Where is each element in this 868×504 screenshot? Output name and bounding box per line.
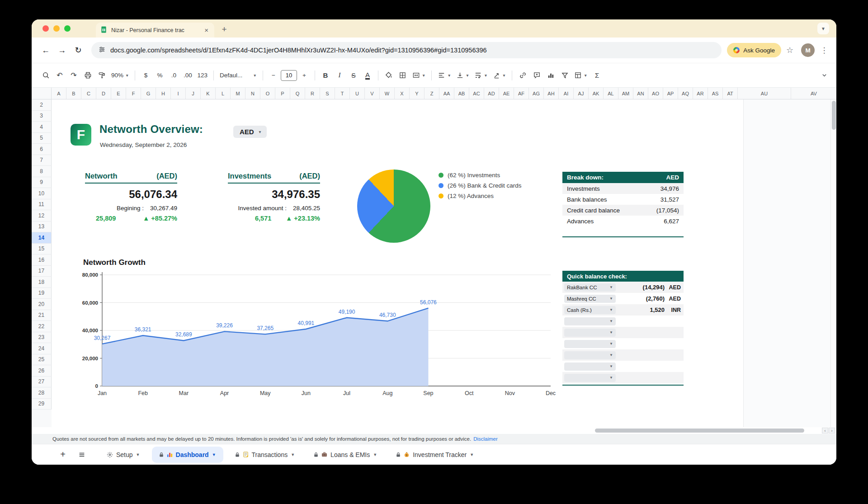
currency-dropdown[interactable]: AED ▼	[233, 126, 267, 138]
text-rotation-button[interactable]: ▼	[491, 69, 508, 82]
horizontal-align-button[interactable]: ▼	[435, 69, 453, 82]
row-header-4[interactable]: 4	[32, 122, 52, 133]
all-sheets-menu-button[interactable]	[74, 447, 90, 462]
column-header-O[interactable]: O	[260, 88, 275, 99]
column-header-AH[interactable]: AH	[544, 88, 559, 99]
search-menus-button[interactable]	[39, 69, 52, 82]
account-dropdown[interactable]: ▼	[564, 329, 616, 337]
column-header-Y[interactable]: Y	[410, 88, 425, 99]
account-dropdown[interactable]: ▼	[564, 340, 616, 348]
column-header-M[interactable]: M	[231, 88, 245, 99]
hide-menus-chevron-icon[interactable]	[817, 69, 831, 82]
tab-close-icon[interactable]: ×	[203, 26, 210, 34]
account-dropdown[interactable]: ▼	[564, 317, 616, 325]
font-size-input[interactable]: 10	[281, 70, 297, 81]
font-select[interactable]: Defaul...▼	[217, 69, 259, 82]
italic-button[interactable]: I	[333, 69, 346, 82]
undo-button[interactable]: ↶	[53, 69, 66, 82]
redo-button[interactable]: ↷	[67, 69, 80, 82]
column-header-E[interactable]: E	[111, 88, 126, 99]
text-color-button[interactable]: A	[361, 69, 374, 82]
browser-tab[interactable]: Nizar - Personal Finance trac ×	[96, 23, 214, 38]
forward-button[interactable]: →	[54, 42, 70, 58]
column-header-AN[interactable]: AN	[633, 88, 648, 99]
back-button[interactable]: ←	[38, 42, 53, 58]
new-tab-button[interactable]: +	[218, 23, 231, 36]
text-wrap-button[interactable]: ▼	[472, 69, 490, 82]
account-dropdown[interactable]: ▼	[564, 363, 616, 371]
column-header-AA[interactable]: AA	[439, 88, 454, 99]
account-dropdown[interactable]: RakBank CC▼	[564, 283, 616, 292]
functions-button[interactable]: Σ	[590, 69, 604, 82]
column-header-AG[interactable]: AG	[529, 88, 544, 99]
row-header-2[interactable]: 2	[32, 99, 52, 111]
row-header-7[interactable]: 7	[32, 155, 52, 166]
select-all-corner[interactable]	[32, 88, 52, 99]
close-window-button[interactable]	[42, 25, 49, 32]
row-header-17[interactable]: 17	[32, 266, 52, 277]
tab-search-chevron-icon[interactable]: ▼	[817, 23, 829, 34]
insert-chart-button[interactable]	[544, 69, 557, 82]
sheet-tab-transactions[interactable]: Transactions▼	[228, 447, 302, 463]
column-header-H[interactable]: H	[156, 88, 171, 99]
column-header-S[interactable]: S	[320, 88, 335, 99]
filter-views-button[interactable]: ▼	[572, 69, 590, 82]
print-button[interactable]	[81, 69, 94, 82]
column-header-AS[interactable]: AS	[708, 88, 723, 99]
url-box[interactable]: docs.google.com/spreadsheets/d/1Efxn4zFK…	[91, 42, 722, 58]
create-filter-button[interactable]	[558, 69, 571, 82]
column-header-AU[interactable]: AU	[738, 88, 791, 99]
column-header-T[interactable]: T	[335, 88, 350, 99]
vertical-scrollbar[interactable]	[830, 99, 836, 427]
account-dropdown[interactable]: ▼	[564, 374, 616, 382]
column-header-R[interactable]: R	[305, 88, 320, 99]
column-header-AV[interactable]: AV	[791, 88, 836, 99]
row-header-25[interactable]: 25	[32, 354, 52, 366]
zoom-window-button[interactable]	[64, 25, 71, 32]
browser-menu-icon[interactable]: ⋮	[818, 46, 830, 55]
row-header-28[interactable]: 28	[32, 387, 52, 399]
ask-google-button[interactable]: Ask Google	[727, 43, 781, 57]
row-header-12[interactable]: 12	[32, 210, 52, 221]
add-sheet-button[interactable]: +	[55, 447, 71, 462]
column-header-B[interactable]: B	[66, 88, 81, 99]
column-header-J[interactable]: J	[186, 88, 201, 99]
horizontal-scrollbar[interactable]: ‹ ›	[32, 427, 836, 434]
column-header-AK[interactable]: AK	[589, 88, 604, 99]
row-header-27[interactable]: 27	[32, 377, 52, 388]
row-header-20[interactable]: 20	[32, 299, 52, 310]
decrease-decimal-button[interactable]: .0	[167, 69, 180, 82]
column-header-Z[interactable]: Z	[425, 88, 439, 99]
row-header-24[interactable]: 24	[32, 343, 52, 354]
row-header-9[interactable]: 9	[32, 177, 52, 188]
bookmark-star-icon[interactable]: ☆	[782, 42, 797, 58]
sheet-tab-dashboard[interactable]: Dashboard▼	[152, 447, 223, 463]
row-header-15[interactable]: 15	[32, 244, 52, 255]
column-header-AR[interactable]: AR	[693, 88, 708, 99]
column-header-N[interactable]: N	[245, 88, 260, 99]
row-header-11[interactable]: 11	[32, 199, 52, 211]
reload-button[interactable]: ↻	[71, 42, 86, 58]
column-header-I[interactable]: I	[171, 88, 186, 99]
column-header-AM[interactable]: AM	[618, 88, 633, 99]
sheet-tab-setup[interactable]: Setup▼	[99, 447, 147, 463]
row-header-3[interactable]: 3	[32, 111, 52, 122]
column-header-AQ[interactable]: AQ	[678, 88, 693, 99]
column-header-AT[interactable]: AT	[723, 88, 738, 99]
column-header-C[interactable]: C	[81, 88, 96, 99]
column-header-X[interactable]: X	[395, 88, 410, 99]
column-header-G[interactable]: G	[141, 88, 156, 99]
avatar[interactable]: M	[801, 43, 815, 57]
sheet-tab-loans-emis[interactable]: Loans & EMIs▼	[307, 447, 384, 463]
fill-color-button[interactable]	[382, 69, 396, 82]
merge-cells-button[interactable]: ▼	[410, 69, 428, 82]
borders-button[interactable]	[396, 69, 410, 82]
row-header-16[interactable]: 16	[32, 254, 52, 266]
column-header-AP[interactable]: AP	[663, 88, 678, 99]
column-header-AF[interactable]: AF	[514, 88, 529, 99]
column-header-AL[interactable]: AL	[604, 88, 618, 99]
row-header-26[interactable]: 26	[32, 365, 52, 377]
horizontal-scrollbar-thumb[interactable]	[595, 429, 804, 433]
column-header-A[interactable]: A	[52, 88, 66, 99]
column-header-W[interactable]: W	[380, 88, 395, 99]
